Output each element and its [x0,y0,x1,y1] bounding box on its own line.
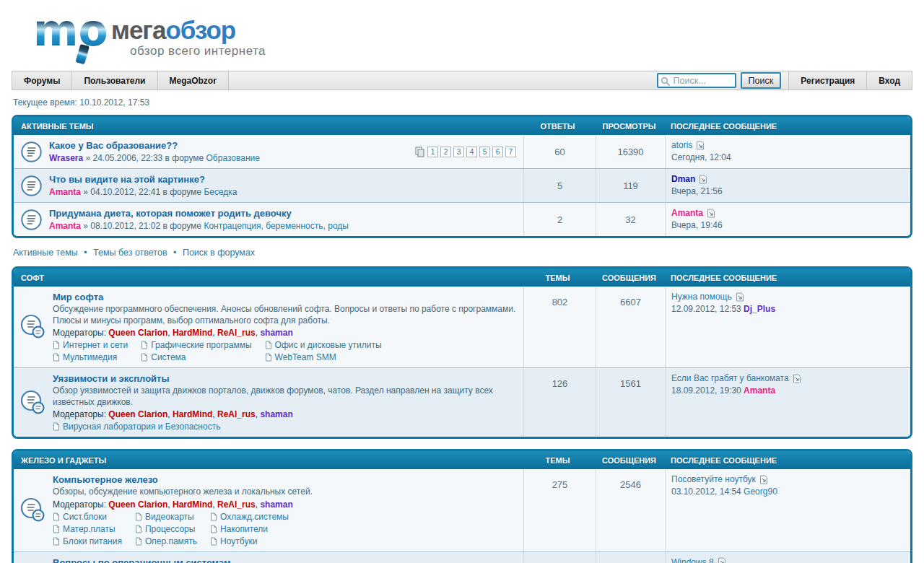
table-row: Какое у Вас образование?? Wrasera » 24.0… [14,135,910,168]
link-active-topics[interactable]: Активные темы [13,248,78,258]
topic-forum-link[interactable]: Образование [206,153,260,163]
moderators-line: Модераторы: Queen Clarion, HardMind, ReA… [53,409,519,419]
forum-name-link[interactable]: Вопросы по операционным системам [53,557,231,563]
bullet-separator: • [84,248,87,258]
topic-cell: Какое у Вас образование?? Wrasera » 24.0… [14,135,523,168]
topic-author-link[interactable]: Wrasera [49,153,83,163]
topic-title-link[interactable]: Придумана диета, которая поможет родить … [49,208,292,219]
topic-icon [20,175,43,197]
topic-author-link[interactable]: Amanta [49,221,81,231]
subforum-link[interactable]: Видеокарты [135,512,197,522]
forum-name-link[interactable]: Компьютерное железо [53,474,158,485]
moderator-link[interactable]: ReAl_rus [217,409,256,419]
last-topic-link[interactable]: Нужна помощь [671,292,732,302]
page-number-button[interactable]: 7 [505,147,516,157]
page-icon [210,512,217,521]
current-time: Текущее время: 10.10.2012, 17:53 [13,97,911,108]
page-number-button[interactable]: 6 [492,147,503,157]
moderator-link[interactable]: Queen Clarion [108,499,167,510]
subforum-link[interactable]: Матер.платы [53,524,122,534]
page-number-button[interactable]: 4 [466,147,477,157]
goto-last-post-icon[interactable] [707,209,715,218]
moderator-link[interactable]: HardMind [173,328,212,338]
topic-icon [20,141,43,163]
tab-register[interactable]: Регистрация [788,71,866,90]
page-number-button[interactable]: 5 [479,147,490,157]
subforum-link[interactable]: Офис и дисковые утилиты [265,340,382,350]
last-author-link[interactable]: Amanta [671,208,703,218]
goto-last-post-icon[interactable] [696,141,705,150]
moderator-link[interactable]: ReAl_rus [217,499,256,510]
last-topic-link[interactable]: Посоветуйте ноутбук [671,474,756,484]
subforum-link[interactable]: Ноутбуки [210,536,289,546]
link-forum-search[interactable]: Поиск в форумах [183,248,255,258]
subforum-link[interactable]: Опер.память [135,536,197,546]
topic-author-link[interactable]: Amanta [49,187,81,197]
last-author-link[interactable]: Amanta [744,385,775,396]
col-topics: ТЕМЫ [521,274,594,282]
topic-title-link[interactable]: Какое у Вас образование?? [49,140,178,151]
last-author-link[interactable]: Dman [671,174,695,184]
moderator-link[interactable]: shaman [260,409,292,419]
subforum-link[interactable]: Система [141,352,251,362]
subforum-list: Вирусная лаборатория и Безопасность [53,422,519,432]
link-unanswered-topics[interactable]: Темы без ответов [93,248,167,258]
page-number-button[interactable]: 3 [453,147,464,157]
moderator-link[interactable]: shaman [260,328,292,338]
subforum-link[interactable]: WebTeam SMM [265,352,382,362]
forum-name-link[interactable]: Уязвимости и эксплойты [53,373,170,384]
forum-name-link[interactable]: Мир софта [53,292,103,302]
goto-last-post-icon[interactable] [793,374,801,383]
topics-count: 802 [523,287,596,367]
subforum-link[interactable]: Мультимедия [53,352,128,362]
page-icon [135,537,142,546]
subforum-link[interactable]: Графические программы [141,340,251,350]
subforum-link[interactable]: Сист.блоки [53,512,122,522]
subforum-link[interactable]: Охлажд.системы [210,512,289,522]
last-message-cell: Amanta Вчера, 19:46 [665,203,910,236]
bullet-separator: • [173,248,176,258]
last-topic-link[interactable]: Windows 8 [671,557,714,563]
goto-last-post-icon[interactable] [759,475,768,484]
moderators-line: Модераторы: Queen Clarion, HardMind, ReA… [53,328,519,338]
subforum-link[interactable]: Интернет и сети [53,340,128,350]
section-hardware-panel: ЖЕЛЕЗО И ГАДЖЕТЫ ТЕМЫ СООБЩЕНИЯ ПОСЛЕДНЕ… [12,449,912,563]
subforum-link[interactable]: Вирусная лаборатория и Безопасность [53,422,220,432]
topic-cell: Придумана диета, которая поможет родить … [14,203,523,236]
topic-forum-link[interactable]: Беседка [204,187,237,197]
goto-last-post-icon[interactable] [736,292,744,302]
topic-title-link[interactable]: Что вы видите на этой картинке? [49,174,205,185]
moderator-link[interactable]: Queen Clarion [108,328,167,338]
moderator-link[interactable]: HardMind [173,499,212,510]
site-logo[interactable]: mo мегаобзор обзор всего интернета [0,0,924,71]
page-icon [141,341,148,349]
last-topic-link[interactable]: Если Вас грабят у банкомата [671,373,789,383]
tab-forums[interactable]: Форумы [12,71,72,90]
goto-last-post-icon[interactable] [718,557,726,563]
tab-users[interactable]: Пользователи [72,71,157,90]
page-number-button[interactable]: 1 [427,147,438,157]
moderator-link[interactable]: ReAl_rus [217,328,256,338]
table-row: Придумана диета, которая поможет родить … [14,202,910,236]
panel-title: СОФТ [14,274,521,282]
moderator-link[interactable]: shaman [260,499,292,510]
search-button[interactable]: Поиск [741,72,782,89]
tab-login[interactable]: Вход [866,71,912,90]
subforum-link[interactable]: Накопители [210,524,289,534]
goto-last-post-icon[interactable] [699,175,707,184]
last-author-link[interactable]: Georg90 [744,486,777,497]
moderator-link[interactable]: HardMind [173,409,212,419]
moderator-link[interactable]: Queen Clarion [108,409,167,419]
subforum-link[interactable]: Блоки питания [53,536,122,546]
page-number-button[interactable]: 2 [440,147,451,157]
page-icon [53,422,60,431]
last-author-link[interactable]: atoris [671,140,692,150]
posts-count: 1561 [596,368,665,437]
topic-forum-link[interactable]: Контрацепция, беременность, роды [204,221,349,231]
subforum-link[interactable]: Процессоры [135,524,197,534]
last-author-link[interactable]: Dj_Plus [744,304,775,314]
tab-megaobzor[interactable]: MegaObzor [158,71,229,90]
col-last-message: ПОСЛЕДНЕЕ СООБЩЕНИЕ [664,456,910,465]
last-message-cell: Нужна помощь 12.09.2012, 12:53 Dj_Plus [665,287,910,367]
page-icon [210,525,217,533]
